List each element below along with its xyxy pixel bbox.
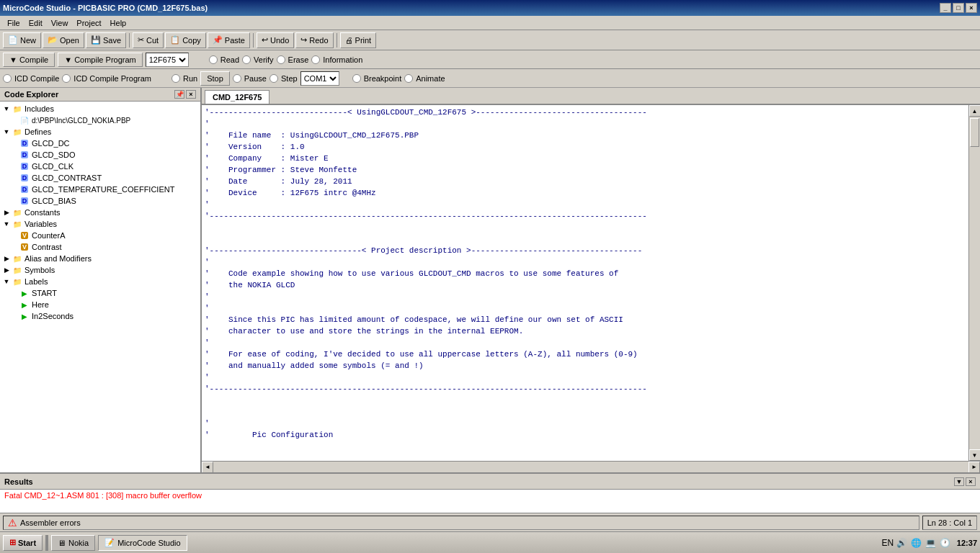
animate-radio[interactable]: Animate xyxy=(404,74,445,83)
new-label: New xyxy=(20,36,36,45)
read-radio[interactable]: Read xyxy=(209,55,239,64)
tree-node-constants[interactable]: ▶ 📁 Constants xyxy=(1,207,199,218)
menu-file[interactable]: File xyxy=(3,17,24,29)
compile-program-button[interactable]: ▼ Compile Program xyxy=(58,53,142,67)
compile-button[interactable]: ▼ Compile xyxy=(3,53,55,67)
toolbar-sep1 xyxy=(129,33,130,48)
results-minimize-button[interactable]: ▼ xyxy=(954,477,964,486)
save-button[interactable]: 💾 Save xyxy=(86,32,126,48)
results-controls[interactable]: ▼ × xyxy=(954,477,976,486)
expand-defines[interactable]: ▼ xyxy=(1,127,12,137)
tree-node-glcd-clk[interactable]: D GLCD_CLK xyxy=(1,161,199,172)
expand-alias[interactable]: ▶ xyxy=(1,253,12,264)
scroll-down-button[interactable]: ▼ xyxy=(969,449,981,461)
tree-node-glcd-contrast[interactable]: D GLCD_CONTRAST xyxy=(1,172,199,184)
play-icon-start: ▶ xyxy=(19,288,30,298)
v-icon-contrast: V xyxy=(19,242,30,252)
scroll-track[interactable] xyxy=(969,117,980,449)
editor-tabs: CMD_12F675 xyxy=(202,88,980,105)
verify-radio[interactable]: Verify xyxy=(242,55,274,64)
nokia-label: Nokia xyxy=(68,539,89,547)
stop-button[interactable]: Stop xyxy=(200,71,230,86)
read-label: Read xyxy=(220,55,239,64)
tree-node-glcd-dc[interactable]: D GLCD_DC xyxy=(1,138,199,149)
tree-node-glcd-bias[interactable]: D GLCD_BIAS xyxy=(1,195,199,207)
title-bar-controls[interactable]: _ □ × xyxy=(940,3,977,13)
expand-constants[interactable]: ▶ xyxy=(1,207,12,217)
paste-button[interactable]: 📌 Paste xyxy=(208,32,250,48)
horizontal-scrollbar[interactable]: ◄ ► xyxy=(202,461,980,472)
menu-edit[interactable]: Edit xyxy=(24,17,47,29)
tree-node-defines[interactable]: ▼ 📁 Defines xyxy=(1,126,199,138)
taskbar-microcode[interactable]: 📝 MicroCode Studio xyxy=(98,535,187,551)
copy-button[interactable]: 📋 Copy xyxy=(165,32,206,48)
maximize-button[interactable]: □ xyxy=(953,3,964,13)
open-button[interactable]: 📂 Open xyxy=(43,32,84,48)
scroll-up-button[interactable]: ▲ xyxy=(969,105,981,117)
menu-view[interactable]: View xyxy=(47,17,73,29)
print-icon: 🖨 xyxy=(345,36,353,45)
tree-node-glcd-sdo[interactable]: D GLCD_SDO xyxy=(1,149,199,161)
close-button[interactable]: × xyxy=(966,3,977,13)
taskbar-nokia[interactable]: 🖥 Nokia xyxy=(51,535,95,551)
verify-radio-circle xyxy=(242,55,251,64)
tree-node-here[interactable]: ▶ Here xyxy=(1,299,199,310)
animate-label: Animate xyxy=(416,74,445,83)
pause-radio[interactable]: Pause xyxy=(233,74,267,83)
tree-node-variables[interactable]: ▼ 📁 Variables xyxy=(1,218,199,230)
d-icon-glcd-clk: D xyxy=(19,161,30,171)
tree-node-labels[interactable]: ▼ 📁 Labels xyxy=(1,276,199,287)
scroll-left-button[interactable]: ◄ xyxy=(202,462,213,473)
vertical-scrollbar[interactable]: ▲ ▼ xyxy=(968,105,980,461)
tree-node-in2seconds[interactable]: ▶ In2Seconds xyxy=(1,310,199,322)
start-button[interactable]: ⊞ Start xyxy=(3,535,43,551)
information-radio[interactable]: Information xyxy=(311,55,362,64)
tree-node-includes[interactable]: ▼ 📁 Includes xyxy=(1,103,199,114)
expand-includes[interactable]: ▼ xyxy=(1,104,12,114)
scroll-thumb[interactable] xyxy=(970,118,979,147)
print-button[interactable]: 🖨 Print xyxy=(340,32,377,48)
d-icon-glcd-bias: D xyxy=(19,196,30,206)
tray-speaker: 🔊 xyxy=(896,537,908,549)
menu-project[interactable]: Project xyxy=(72,17,105,29)
results-error-text: Fatal CMD_12~1.ASM 801 : [308] macro buf… xyxy=(4,491,202,500)
icd-compile-radio[interactable]: ICD Compile xyxy=(3,74,59,83)
erase-radio[interactable]: Erase xyxy=(277,55,309,64)
icd-compile-program-radio-circle xyxy=(62,74,71,83)
tree-node-glcd-temp[interactable]: D GLCD_TEMPERATURE_COEFFICIENT xyxy=(1,184,199,195)
step-radio[interactable]: Step xyxy=(270,74,298,83)
new-button[interactable]: 📄 New xyxy=(3,32,41,48)
breakpoint-radio[interactable]: Breakpoint xyxy=(352,74,402,83)
minimize-button[interactable]: _ xyxy=(940,3,951,13)
explorer-header-buttons[interactable]: 📌 × xyxy=(174,90,196,99)
tree-label-glcd-bias: GLCD_BIAS xyxy=(32,197,76,205)
results-content: Fatal CMD_12~1.ASM 801 : [308] macro buf… xyxy=(0,490,980,513)
results-close-button[interactable]: × xyxy=(966,477,976,486)
menu-help[interactable]: Help xyxy=(106,17,131,29)
scroll-right-button[interactable]: ► xyxy=(968,462,980,473)
chip-select[interactable]: 12F675 xyxy=(146,53,189,67)
expand-variables[interactable]: ▼ xyxy=(1,219,12,229)
breakpoint-radio-circle xyxy=(352,74,361,83)
cut-button[interactable]: ✂ Cut xyxy=(133,32,164,48)
tree-node-alias[interactable]: ▶ 📁 Alias and Modifiers xyxy=(1,253,199,264)
code-editor[interactable]: '-----------------------------< UsingGLC… xyxy=(202,105,968,461)
results-header: Results ▼ × xyxy=(0,474,980,490)
tree-node-inc-file[interactable]: 📄 d:\PBP\Inc\GLCD_NOKIA.PBP xyxy=(1,114,199,126)
explorer-pin-button[interactable]: 📌 xyxy=(174,90,184,99)
undo-button[interactable]: ↩ Undo xyxy=(257,32,294,48)
explorer-tree: ▼ 📁 Includes 📄 d:\PBP\Inc\GLCD_NOKIA.PBP… xyxy=(0,102,200,472)
tree-node-counterA[interactable]: V CounterA xyxy=(1,230,199,241)
icd-compile-program-radio[interactable]: ICD Compile Program xyxy=(62,74,151,83)
icd-compile-program-label: ICD Compile Program xyxy=(74,74,151,83)
redo-button[interactable]: ↪ Redo xyxy=(295,32,333,48)
tree-node-contrast[interactable]: V Contrast xyxy=(1,241,199,253)
com-select[interactable]: COM1 COM2 COM3 xyxy=(300,71,339,86)
explorer-close-button[interactable]: × xyxy=(186,90,196,99)
tree-node-symbols[interactable]: ▶ 📁 Symbols xyxy=(1,264,199,276)
run-radio[interactable]: Run xyxy=(172,74,197,83)
editor-tab-cmd12f675[interactable]: CMD_12F675 xyxy=(205,90,270,104)
expand-labels[interactable]: ▼ xyxy=(1,276,12,287)
tree-node-start[interactable]: ▶ START xyxy=(1,287,199,299)
expand-symbols[interactable]: ▶ xyxy=(1,265,12,275)
